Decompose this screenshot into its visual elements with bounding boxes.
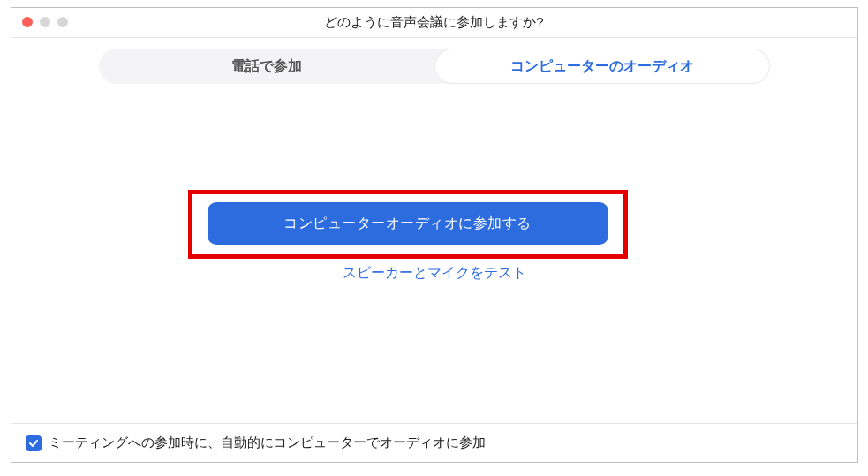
window-title: どのように音声会議に参加しますか?: [11, 14, 857, 31]
footer: ミーティングへの参加時に、自動的にコンピューターでオーディオに参加: [11, 423, 857, 462]
audio-join-dialog: どのように音声会議に参加しますか? 電話で参加 コンピューターのオーディオ コン…: [11, 7, 858, 463]
close-icon[interactable]: [22, 17, 33, 27]
join-computer-audio-button[interactable]: コンピューターオーディオに参加する: [208, 202, 608, 245]
main-area: コンピューターオーディオに参加する スピーカーとマイクをテスト: [11, 84, 857, 423]
auto-join-checkbox[interactable]: [26, 435, 42, 451]
tab-computer-audio-label: コンピューターのオーディオ: [510, 57, 694, 76]
minimize-icon: [40, 17, 50, 27]
window-controls: [22, 17, 68, 27]
titlebar: どのように音声会議に参加しますか?: [11, 8, 857, 38]
tab-phone-label: 電話で参加: [231, 57, 302, 76]
tab-phone[interactable]: 電話で参加: [99, 49, 434, 84]
check-icon: [28, 438, 39, 449]
auto-join-label: ミーティングへの参加時に、自動的にコンピューターでオーディオに参加: [49, 434, 486, 451]
audio-tabs: 電話で参加 コンピューターのオーディオ: [99, 49, 770, 84]
tab-computer-audio[interactable]: コンピューターのオーディオ: [434, 49, 770, 84]
zoom-icon: [57, 17, 68, 27]
test-speaker-mic-link[interactable]: スピーカーとマイクをテスト: [11, 264, 857, 283]
tabs-container: 電話で参加 コンピューターのオーディオ: [11, 38, 857, 84]
